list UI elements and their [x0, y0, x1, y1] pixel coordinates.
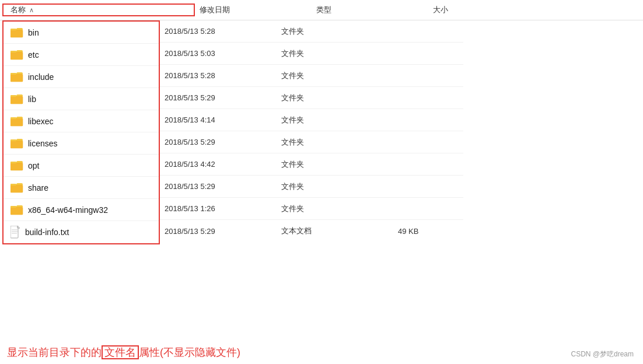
file-date: 2018/5/13 5:03 — [160, 49, 277, 58]
svg-rect-31 — [11, 184, 16, 186]
folder-icon — [11, 27, 23, 38]
file-type: 文件夹 — [277, 71, 393, 81]
folder-icon — [11, 205, 23, 215]
content-area: bin etc include lib — [0, 20, 643, 336]
folder-icon — [11, 94, 23, 104]
svg-rect-35 — [11, 206, 16, 208]
svg-rect-14 — [11, 97, 23, 104]
file-name-label: libexec — [28, 117, 54, 126]
folder-icon — [11, 72, 23, 82]
file-date: 2018/5/13 5:29 — [160, 227, 277, 236]
svg-rect-27 — [11, 162, 16, 163]
table-row[interactable]: licenses — [4, 132, 159, 155]
file-date: 2018/5/13 1:26 — [160, 204, 277, 213]
file-name-label: build-info.txt — [25, 228, 69, 237]
svg-rect-34 — [11, 208, 23, 215]
table-row[interactable]: opt — [4, 155, 159, 177]
list-item[interactable]: 2018/5/13 4:42文件夹 — [160, 153, 463, 176]
file-list: bin etc include lib — [0, 20, 643, 244]
svg-rect-3 — [11, 29, 16, 30]
folder-icon — [11, 183, 23, 193]
svg-rect-11 — [11, 73, 16, 75]
svg-rect-6 — [11, 52, 23, 60]
table-row[interactable]: share — [4, 177, 159, 199]
file-explorer: 名称 ∧ 修改日期 类型 大小 bin — [0, 0, 643, 364]
file-type: 文件夹 — [277, 204, 393, 214]
svg-rect-2 — [11, 30, 23, 37]
column-header-name[interactable]: 名称 ∧ — [2, 4, 195, 16]
file-type: 文件夹 — [277, 93, 393, 103]
table-row[interactable]: etc — [4, 44, 159, 66]
svg-rect-23 — [11, 139, 16, 141]
file-name-label: licenses — [28, 139, 58, 148]
file-name-label: bin — [28, 28, 39, 37]
file-type: 文件夹 — [277, 181, 393, 192]
name-column-bordered: bin etc include lib — [2, 20, 160, 244]
list-item[interactable]: 2018/5/13 5:03文件夹 — [160, 43, 463, 65]
file-type: 文本文档 — [277, 226, 393, 236]
table-row[interactable]: include — [4, 66, 159, 88]
annotation-content: 显示当前目录下的的文件名属性(不显示隐藏文件) — [7, 345, 240, 359]
annotation-highlight-box: 文件名 — [102, 345, 139, 359]
file-date: 2018/5/13 5:28 — [160, 27, 277, 36]
file-type: 文件夹 — [277, 48, 393, 59]
list-item[interactable]: 2018/5/13 5:28文件夹 — [160, 20, 463, 43]
details-column: 2018/5/13 5:28文件夹2018/5/13 5:03文件夹2018/5… — [160, 20, 463, 242]
folder-icon — [11, 160, 23, 171]
list-item[interactable]: 2018/5/13 4:14文件夹 — [160, 109, 463, 131]
file-name-label: opt — [28, 161, 39, 170]
file-name-label: include — [28, 72, 54, 82]
col-name-label: 名称 — [11, 5, 26, 15]
table-row[interactable]: x86_64-w64-mingw32 — [4, 199, 159, 221]
file-name-label: etc — [28, 50, 39, 60]
file-date: 2018/5/13 5:29 — [160, 182, 277, 191]
file-name-label: share — [28, 183, 48, 192]
svg-rect-30 — [11, 186, 23, 192]
svg-rect-15 — [11, 95, 16, 97]
list-item[interactable]: 2018/5/13 5:29文件夹 — [160, 176, 463, 198]
sort-arrow: ∧ — [29, 6, 34, 14]
table-header: 名称 ∧ 修改日期 类型 大小 — [0, 0, 643, 20]
file-size: 49 KB — [393, 227, 463, 236]
list-item[interactable]: 2018/5/13 1:26文件夹 — [160, 198, 463, 220]
table-row[interactable]: lib — [4, 88, 159, 110]
table-row[interactable]: bin — [4, 22, 159, 44]
table-row[interactable]: build-info.txt — [4, 221, 159, 243]
svg-rect-7 — [11, 51, 16, 52]
list-item[interactable]: 2018/5/13 5:28文件夹 — [160, 65, 463, 87]
folder-icon — [11, 138, 23, 149]
file-icon — [11, 226, 20, 239]
table-row[interactable]: libexec — [4, 110, 159, 132]
folder-icon — [11, 50, 23, 60]
watermark: CSDN @梦呓dream — [571, 349, 634, 359]
list-item[interactable]: 2018/5/13 5:29文本文档49 KB — [160, 220, 463, 242]
file-date: 2018/5/13 5:29 — [160, 138, 277, 146]
file-date: 2018/5/13 5:28 — [160, 71, 277, 80]
svg-rect-18 — [11, 119, 23, 126]
svg-rect-19 — [11, 117, 16, 119]
column-header-date[interactable]: 修改日期 — [195, 5, 312, 15]
file-date: 2018/5/13 4:14 — [160, 116, 277, 124]
svg-rect-26 — [11, 163, 23, 170]
column-header-type[interactable]: 类型 — [312, 5, 428, 15]
list-item[interactable]: 2018/5/13 5:29文件夹 — [160, 87, 463, 109]
svg-rect-22 — [11, 141, 23, 148]
column-header-size[interactable]: 大小 — [428, 5, 498, 15]
file-date: 2018/5/13 5:29 — [160, 93, 277, 102]
svg-rect-10 — [11, 75, 23, 82]
folder-icon — [11, 116, 23, 127]
file-name-label: x86_64-w64-mingw32 — [28, 205, 108, 215]
file-type: 文件夹 — [277, 115, 393, 125]
list-item[interactable]: 2018/5/13 5:29文件夹 — [160, 131, 463, 153]
file-name-label: lib — [28, 94, 36, 104]
file-type: 文件夹 — [277, 159, 393, 170]
file-type: 文件夹 — [277, 137, 393, 148]
file-type: 文件夹 — [277, 26, 393, 37]
annotation-text: 显示当前目录下的的文件名属性(不显示隐藏文件) — [0, 336, 643, 364]
file-date: 2018/5/13 4:42 — [160, 160, 277, 169]
